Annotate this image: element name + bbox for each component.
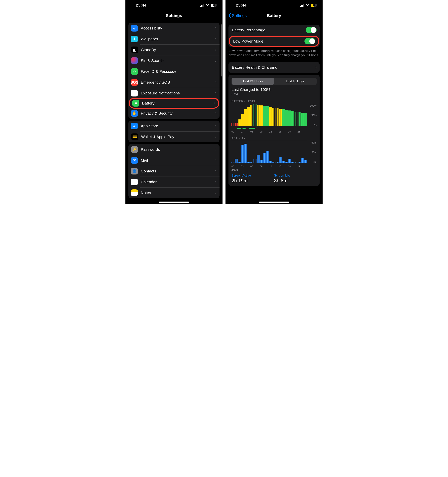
chevron-right-icon: › — [215, 26, 216, 31]
settings-row-mail[interactable]: ✉︎Mail› — [128, 155, 220, 166]
activity-x-axis: 0003060912151821 — [232, 165, 307, 168]
row-label: Accessibility — [141, 26, 214, 30]
settings-row-exposure[interactable]: ☀︎Exposure Notifications› — [128, 88, 220, 99]
settings-row-battery[interactable]: ■Battery› — [129, 98, 219, 109]
screen-active-value: 2h 19m — [232, 178, 274, 184]
level-x-axis: 0003060912151821 — [232, 130, 307, 133]
last-charged-title: Last Charged to 100% — [232, 87, 317, 92]
settings-row-notes[interactable]: Notes› — [128, 187, 220, 198]
row-label: Battery Percentage — [232, 28, 306, 32]
row-low-power-mode[interactable]: Low Power Mode — [229, 36, 319, 47]
settings-row-siri[interactable]: Siri & Search› — [128, 55, 220, 66]
chevron-right-icon: › — [215, 124, 216, 128]
notes-icon — [131, 189, 138, 196]
settings-row-contacts[interactable]: 👤Contacts› — [128, 166, 220, 177]
chevron-right-icon: › — [215, 158, 216, 163]
row-label: Mail — [141, 158, 214, 162]
row-battery-health[interactable]: Battery Health & Charging › — [228, 62, 320, 73]
svg-point-0 — [207, 6, 208, 6]
settings-group: ♿︎Accessibility›❋Wallpaper›◧StandBy›Siri… — [128, 23, 220, 119]
row-label: Passwords — [141, 147, 214, 152]
usage-summary: Screen Active 2h 19m Screen Idle 3h 8m — [232, 174, 317, 184]
phone-battery-detail: 23:44 61 Settings Battery Battery Percen… — [226, 0, 323, 204]
status-battery-icon: 61 — [211, 4, 217, 7]
charging-timeline: ⚡︎ — [232, 128, 307, 129]
settings-row-wallpaper[interactable]: ❋Wallpaper› — [128, 34, 220, 44]
screen-active-label: Screen Active — [232, 174, 274, 178]
toggle-low-power-mode[interactable] — [305, 38, 315, 44]
wifi-icon — [206, 3, 209, 7]
passwords-icon: 🔑 — [131, 146, 138, 153]
settings-row-standby[interactable]: ◧StandBy› — [128, 44, 220, 55]
row-label: Wallpaper — [141, 37, 214, 41]
chevron-left-icon — [228, 13, 232, 18]
chevron-right-icon: › — [215, 91, 216, 95]
status-bar: 23:44 61 — [226, 0, 323, 11]
toggle-group: Battery Percentage Low Power Mode — [228, 25, 320, 47]
page-title: Battery — [267, 13, 281, 18]
row-label: App Store — [141, 124, 214, 128]
settings-row-faceid[interactable]: ☺︎Face ID & Passcode› — [128, 66, 220, 77]
settings-row-accessibility[interactable]: ♿︎Accessibility› — [128, 23, 220, 34]
nav-bar: Settings Battery — [226, 11, 323, 21]
screen-idle-value: 3h 8m — [274, 178, 317, 184]
appstore-icon: A — [131, 123, 138, 129]
chevron-right-icon: › — [215, 190, 216, 195]
chevron-right-icon: › — [214, 101, 215, 106]
settings-row-sos[interactable]: SOSEmergency SOS› — [128, 77, 220, 88]
svg-point-1 — [307, 6, 308, 6]
row-label: Low Power Mode — [233, 39, 305, 43]
toggle-battery-percentage[interactable] — [306, 27, 317, 33]
status-time: 23:44 — [236, 3, 246, 8]
settings-row-passwords[interactable]: 🔑Passwords› — [128, 144, 220, 155]
chevron-right-icon: › — [215, 169, 216, 173]
calendar-icon: ▦ — [131, 179, 138, 185]
settings-group: AApp Store›💳Wallet & Apple Pay› — [128, 120, 220, 142]
back-button[interactable]: Settings — [228, 13, 247, 18]
wifi-icon — [306, 3, 310, 7]
activity-y-axis: 60m 30m 0m — [308, 141, 317, 164]
battery-level-title: BATTERY LEVEL — [232, 100, 317, 103]
chevron-right-icon: › — [215, 147, 216, 152]
home-indicator[interactable] — [259, 202, 289, 203]
row-label: Exposure Notifications — [141, 91, 214, 95]
page-title: Settings — [166, 13, 182, 18]
chevron-right-icon: › — [215, 134, 216, 139]
battery-icon: ■ — [132, 100, 139, 107]
row-label: Face ID & Passcode — [141, 69, 214, 74]
row-label: Contacts — [141, 169, 214, 173]
faceid-icon: ☺︎ — [131, 68, 138, 75]
home-indicator[interactable] — [159, 202, 189, 203]
settings-row-appstore[interactable]: AApp Store› — [128, 120, 220, 131]
activity-title: ACTIVITY — [232, 137, 317, 140]
row-label: Battery Health & Charging — [232, 65, 314, 70]
back-label: Settings — [232, 13, 247, 18]
nav-bar: Settings — [125, 11, 222, 21]
sos-icon: SOS — [131, 79, 138, 86]
wallet-icon: 💳 — [131, 133, 138, 140]
segment-10d[interactable]: Last 10 Days — [274, 78, 316, 85]
chevron-right-icon: › — [215, 69, 216, 74]
chevron-right-icon: › — [215, 111, 216, 116]
row-label: Emergency SOS — [141, 80, 214, 84]
row-battery-percentage[interactable]: Battery Percentage — [228, 25, 320, 36]
chevron-right-icon: › — [215, 58, 216, 63]
activity-chart[interactable] — [232, 141, 307, 163]
settings-row-privacy[interactable]: ✋Privacy & Security› — [128, 108, 220, 119]
status-bar: 23:44 61 — [125, 0, 222, 11]
settings-row-calendar[interactable]: ▦Calendar› — [128, 177, 220, 187]
chevron-right-icon: › — [215, 48, 216, 52]
standby-icon: ◧ — [131, 46, 138, 53]
last-charged-time: 07:41 — [232, 92, 317, 96]
segment-24h[interactable]: Last 24 Hours — [232, 78, 274, 85]
usage-card: Last 24 Hours Last 10 Days Last Charged … — [228, 75, 320, 186]
scroll-indicator — [221, 24, 222, 77]
mail-icon: ✉︎ — [131, 157, 138, 164]
contacts-icon: 👤 — [131, 168, 138, 174]
battery-level-chart[interactable] — [232, 104, 307, 126]
time-range-segmented[interactable]: Last 24 Hours Last 10 Days — [232, 78, 317, 85]
row-label: Siri & Search — [141, 58, 214, 63]
low-power-footer: Low Power Mode temporarily reduces backg… — [229, 49, 319, 58]
settings-row-wallet[interactable]: 💳Wallet & Apple Pay› — [128, 131, 220, 142]
row-label: Privacy & Security — [141, 111, 214, 115]
